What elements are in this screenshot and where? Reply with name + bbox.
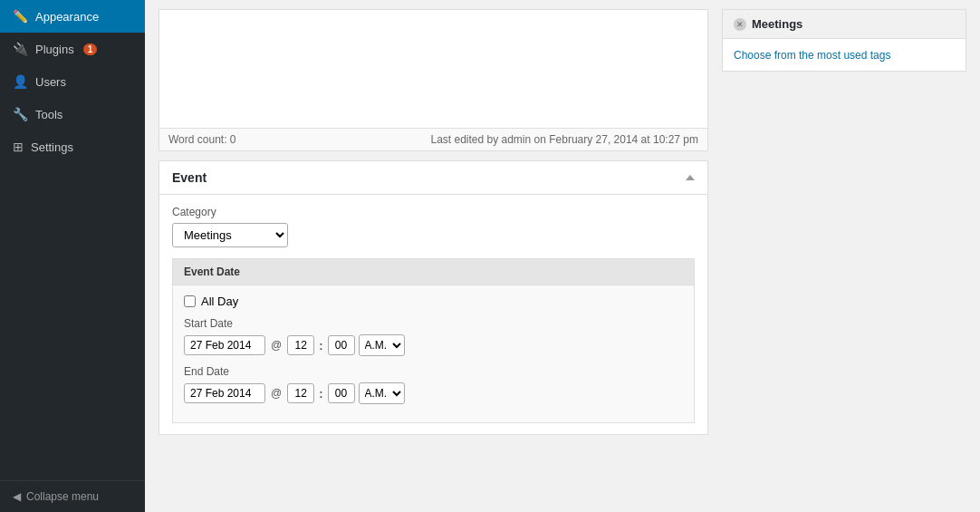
start-time-sep: : xyxy=(318,339,323,353)
event-date-header: Event Date xyxy=(173,259,694,285)
end-at-symbol: @ xyxy=(269,387,283,400)
sidebar: ✏️ Appearance 🔌 Plugins 1 👤 Users 🔧 Tool… xyxy=(0,0,145,512)
right-sidebar: ✕ Meetings Choose from the most used tag… xyxy=(722,9,966,503)
event-box-title: Event xyxy=(172,170,207,185)
event-date-body: All Day Start Date @ : xyxy=(173,285,694,422)
start-date-row: Start Date @ : A.M. P.M. xyxy=(184,317,683,356)
settings-icon: ⊞ xyxy=(13,140,24,154)
content-wrap: Word count: 0 Last edited by admin on Fe… xyxy=(145,0,980,512)
start-hour-input[interactable] xyxy=(287,335,314,355)
sidebar-item-plugins-label: Plugins xyxy=(35,43,74,56)
sidebar-item-users[interactable]: 👤 Users xyxy=(0,65,145,98)
allday-checkbox[interactable] xyxy=(184,295,196,307)
sidebar-item-settings-label: Settings xyxy=(31,140,73,154)
category-label: Category xyxy=(172,206,695,218)
meetings-box-title: Meetings xyxy=(752,17,802,31)
start-date-label: Start Date xyxy=(184,317,683,330)
collapse-menu-label: Collapse menu xyxy=(26,490,99,503)
category-select[interactable]: Meetings Conferences Workshops xyxy=(172,223,288,247)
word-count: Word count: 0 xyxy=(168,133,235,146)
end-date-label: End Date xyxy=(184,365,683,378)
end-date-row: End Date @ : A.M. P.M. xyxy=(184,365,683,404)
users-icon: 👤 xyxy=(13,74,28,89)
event-collapse-icon[interactable] xyxy=(686,175,695,180)
sidebar-item-tools[interactable]: 🔧 Tools xyxy=(0,98,145,130)
last-edited: Last edited by admin on February 27, 201… xyxy=(430,133,698,146)
event-box-body: Category Meetings Conferences Workshops … xyxy=(159,195,707,434)
end-date-controls: @ : A.M. P.M. xyxy=(184,382,683,404)
sidebar-item-appearance-label: Appearance xyxy=(35,10,99,24)
editor-area: Word count: 0 Last edited by admin on Fe… xyxy=(159,9,708,503)
end-hour-input[interactable] xyxy=(287,383,314,403)
start-date-controls: @ : A.M. P.M. xyxy=(184,334,683,356)
sidebar-item-appearance[interactable]: ✏️ Appearance xyxy=(0,0,145,33)
meetings-close-icon[interactable]: ✕ xyxy=(734,18,746,31)
choose-tags-link[interactable]: Choose from the most used tags xyxy=(734,49,890,62)
meetings-meta-box-body: Choose from the most used tags xyxy=(723,39,966,71)
start-at-symbol: @ xyxy=(269,339,283,352)
end-time-sep: : xyxy=(318,387,323,401)
end-date-input[interactable] xyxy=(184,383,265,403)
end-minute-input[interactable] xyxy=(328,383,355,403)
editor-box: Word count: 0 Last edited by admin on Fe… xyxy=(159,9,708,151)
meetings-meta-box: ✕ Meetings Choose from the most used tag… xyxy=(722,9,966,72)
start-minute-input[interactable] xyxy=(328,335,355,355)
editor-footer: Word count: 0 Last edited by admin on Fe… xyxy=(159,128,707,150)
plugins-badge: 1 xyxy=(83,43,98,55)
start-date-input[interactable] xyxy=(184,335,265,355)
event-date-section: Event Date All Day Start Date xyxy=(172,258,695,423)
meetings-meta-box-header: ✕ Meetings xyxy=(723,10,966,39)
end-ampm-select[interactable]: A.M. P.M. xyxy=(359,382,405,404)
tools-icon: 🔧 xyxy=(13,107,28,121)
appearance-icon: ✏️ xyxy=(13,9,28,24)
allday-row: All Day xyxy=(184,295,683,308)
main-content: Word count: 0 Last edited by admin on Fe… xyxy=(145,0,980,512)
plugins-icon: 🔌 xyxy=(13,42,28,56)
collapse-menu-button[interactable]: ◀ Collapse menu xyxy=(0,481,145,512)
event-box-header: Event xyxy=(159,161,707,195)
start-ampm-select[interactable]: A.M. P.M. xyxy=(359,334,405,356)
sidebar-item-tools-label: Tools xyxy=(35,108,62,121)
sidebar-item-users-label: Users xyxy=(35,75,66,89)
allday-label: All Day xyxy=(201,295,238,308)
event-box: Event Category Meetings Conferences Work… xyxy=(159,160,708,435)
collapse-icon: ◀ xyxy=(13,490,21,503)
editor-content[interactable] xyxy=(159,10,707,128)
sidebar-item-settings[interactable]: ⊞ Settings xyxy=(0,130,145,163)
sidebar-item-plugins[interactable]: 🔌 Plugins 1 xyxy=(0,33,145,65)
